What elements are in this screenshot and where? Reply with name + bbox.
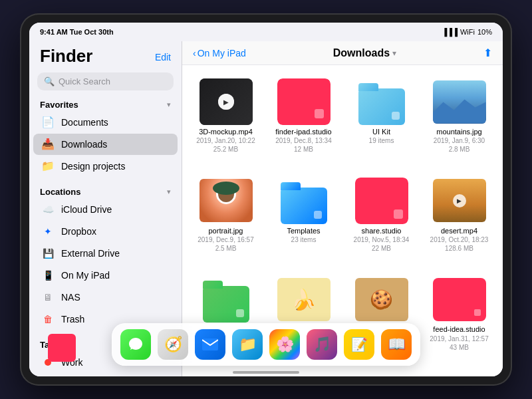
sidebar-item-label: NAS xyxy=(61,292,80,303)
file-name: mountains.jpg xyxy=(436,128,482,136)
file-meta: 23 items xyxy=(291,235,317,244)
status-right: ▐▐▐ WiFi 10% xyxy=(442,28,492,36)
doc-icon: 📄 xyxy=(41,116,55,129)
file-thumbnail xyxy=(355,78,408,125)
sidebar-item-dropbox[interactable]: ✦ Dropbox xyxy=(33,221,178,242)
favorites-title: Favorites xyxy=(40,100,78,110)
favorites-section: Favorites ▾ 📄 Documents 📥 Downloads 📁 De… xyxy=(29,96,182,183)
deco-square xyxy=(48,334,76,362)
sidebar-title: Finder xyxy=(40,47,92,66)
status-time: 9:41 AM Tue Oct 30th xyxy=(40,28,114,36)
folder-icon: 📁 xyxy=(41,160,55,173)
file-item[interactable]: ▶ 3D-mockup.mp4 2019, Jan.20, 10:2225.2 … xyxy=(188,73,264,171)
sidebar-item-on-my-ipad[interactable]: 📱 On My iPad xyxy=(33,265,178,286)
ipad-icon: 📱 xyxy=(41,269,55,282)
search-icon: 🔍 xyxy=(44,76,55,86)
sidebar-header: Finder Edit xyxy=(29,41,182,68)
share-icon[interactable]: ⬆ xyxy=(483,47,492,59)
sidebar-item-icloud[interactable]: ☁️ iCloud Drive xyxy=(33,199,178,220)
file-thumbnail: ▶ xyxy=(200,78,253,125)
sidebar-item-design-projects[interactable]: 📁 Design projects xyxy=(33,156,178,177)
file-item[interactable]: feed-idea.studio 2019, Jan.31, 12:5743 M… xyxy=(421,271,497,368)
file-thumbnail xyxy=(355,178,408,224)
file-name: share.studio xyxy=(362,227,402,235)
file-item[interactable]: Templates 23 items xyxy=(265,172,342,270)
file-name: UI Kit xyxy=(372,128,390,136)
file-meta: 2019, Dec.8, 13:3412 MB xyxy=(275,136,332,154)
file-thumbnail xyxy=(433,276,486,323)
sidebar-item-nas[interactable]: 🖥 NAS xyxy=(33,287,178,308)
file-thumbnail xyxy=(277,178,331,224)
favorites-chevron: ▾ xyxy=(167,100,171,109)
file-meta: 2019, Nov.5, 18:3422 MB xyxy=(354,235,410,253)
ipad-frame: 9:41 AM Tue Oct 30th ▐▐▐ WiFi 10% Finder… xyxy=(20,13,512,386)
dock-notes-icon[interactable]: 📝 xyxy=(344,329,374,360)
file-name: feed-idea.studio xyxy=(433,325,485,334)
file-meta: 19 items xyxy=(369,136,394,145)
download-icon: 📥 xyxy=(41,138,55,151)
file-item[interactable]: mountains.jpg 2019, Jan.9, 6:302.8 MB xyxy=(421,73,497,171)
sidebar-item-label: Trash xyxy=(61,314,84,325)
sidebar-item-label: External Drive xyxy=(61,248,120,259)
back-label: On My iPad xyxy=(198,48,246,59)
dock-music-icon[interactable]: 🎵 xyxy=(307,329,337,360)
file-thumbnail xyxy=(277,78,331,125)
file-item[interactable]: desert.mp4 2019, Oct.20, 18:23128.6 MB xyxy=(421,172,497,270)
sidebar-item-downloads[interactable]: 📥 Downloads xyxy=(33,134,178,155)
sidebar-item-external-drive[interactable]: 💾 External Drive xyxy=(33,243,178,264)
file-meta: 2019, Jan.9, 6:302.8 MB xyxy=(434,136,485,154)
sidebar-item-label: On My iPad xyxy=(61,270,110,281)
dock-files-icon[interactable]: 📁 xyxy=(232,329,263,360)
file-name: portrait.jpg xyxy=(209,227,243,235)
folder-dropdown-icon[interactable]: ▾ xyxy=(392,49,396,58)
sidebar-item-documents[interactable]: 📄 Documents xyxy=(33,112,178,133)
dock-safari-icon[interactable]: 🧭 xyxy=(158,329,188,360)
locations-title: Locations xyxy=(40,187,80,197)
back-button[interactable]: ‹ On My iPad xyxy=(193,48,246,59)
file-nav: ‹ On My iPad Downloads ▾ ⬆ xyxy=(182,41,503,65)
file-thumbnail: 🍪 xyxy=(355,276,408,323)
search-placeholder: Quick Search xyxy=(59,76,110,86)
folder-title-area: Downloads ▾ xyxy=(250,47,479,59)
ipad-screen: 9:41 AM Tue Oct 30th ▐▐▐ WiFi 10% Finder… xyxy=(29,23,503,376)
file-meta: 2019, Dec.9, 16:572.5 MB xyxy=(198,235,254,253)
icloud-icon: ☁️ xyxy=(41,203,55,216)
file-thumbnail xyxy=(433,178,486,224)
file-item[interactable]: finder-ipad.studio 2019, Dec.8, 13:3412 … xyxy=(265,73,342,171)
edit-button[interactable]: Edit xyxy=(155,52,171,63)
file-item[interactable]: UI Kit 19 items xyxy=(343,73,420,171)
dropbox-icon: ✦ xyxy=(41,225,55,238)
file-thumbnail: 🍌 xyxy=(277,276,331,323)
file-meta: 2019, Jan.31, 12:5743 MB xyxy=(430,334,488,352)
dock-photos-icon[interactable]: 🌸 xyxy=(269,329,300,360)
file-item[interactable]: portrait.jpg 2019, Dec.9, 16:572.5 MB xyxy=(188,172,264,270)
file-item[interactable]: share.studio 2019, Nov.5, 18:3422 MB xyxy=(343,172,420,270)
file-meta: 2019, Jan.20, 10:2225.2 MB xyxy=(196,136,255,154)
file-thumbnail xyxy=(200,276,253,323)
sidebar-item-label: iCloud Drive xyxy=(61,204,112,215)
folder-title: Downloads xyxy=(333,47,390,59)
chevron-left-icon: ‹ xyxy=(193,48,196,59)
battery-icon: 10% xyxy=(477,28,492,36)
sidebar-item-label: Dropbox xyxy=(61,226,96,237)
wifi-icon: WiFi xyxy=(460,28,475,36)
home-indicator xyxy=(233,371,299,374)
file-name: Templates xyxy=(287,227,320,235)
dock: 🧭 📁 🌸 🎵 📝 📖 xyxy=(112,323,420,366)
file-name: desert.mp4 xyxy=(441,227,477,235)
file-thumbnail xyxy=(433,78,486,125)
sidebar-item-label: Downloads xyxy=(61,139,107,150)
search-box[interactable]: 🔍 Quick Search xyxy=(37,72,174,90)
favorites-header: Favorites ▾ xyxy=(29,96,182,111)
dock-mail-icon[interactable] xyxy=(195,329,225,360)
nas-icon: 🖥 xyxy=(41,291,55,304)
locations-header: Locations ▾ xyxy=(29,183,182,198)
trash-icon: 🗑 xyxy=(41,313,55,326)
locations-section: Locations ▾ ☁️ iCloud Drive ✦ Dropbox 💾 … xyxy=(29,183,182,336)
drive-icon: 💾 xyxy=(41,247,55,260)
dock-books-icon[interactable]: 📖 xyxy=(381,329,412,360)
dock-messages-icon[interactable] xyxy=(120,329,151,360)
file-thumbnail xyxy=(200,178,253,224)
status-bar: 9:41 AM Tue Oct 30th ▐▐▐ WiFi 10% xyxy=(29,23,503,41)
file-name: finder-ipad.studio xyxy=(275,128,331,136)
